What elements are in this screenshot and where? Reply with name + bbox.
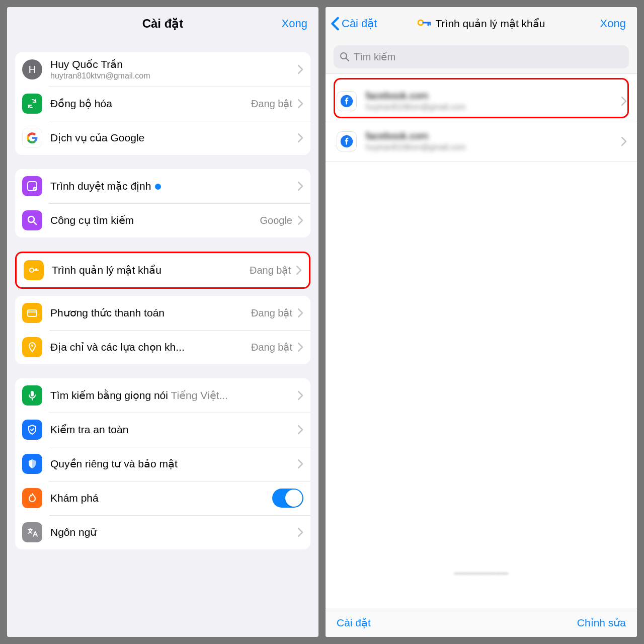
facebook-icon bbox=[337, 131, 357, 151]
search-icon bbox=[340, 52, 350, 62]
payment-row[interactable]: Phương thức thanh toán Đang bật bbox=[15, 296, 310, 330]
back-label: Cài đặt bbox=[342, 17, 377, 30]
password-manager-pane: Cài đặt Trình quản lý mật khẩu Xong Tìm … bbox=[326, 7, 637, 637]
sync-value: Đang bật bbox=[251, 98, 292, 110]
privacy-row[interactable]: Quyền riêng tư và bảo mật bbox=[15, 447, 310, 481]
address-row[interactable]: Địa chỉ và các lựa chọn kh... Đang bật bbox=[15, 330, 310, 364]
chevron-right-icon bbox=[297, 390, 303, 400]
password-manager-label: Trình quản lý mật khẩu bbox=[52, 264, 246, 276]
wallet-icon bbox=[22, 303, 42, 323]
chevron-right-icon bbox=[621, 96, 627, 106]
chevron-right-icon bbox=[297, 133, 303, 143]
safety-check-row[interactable]: Kiểm tra an toàn bbox=[15, 413, 310, 447]
settings-pane: Cài đặt Xong H Huy Quốc Trần huytran810k… bbox=[7, 7, 318, 637]
payment-label: Phương thức thanh toán bbox=[50, 307, 247, 319]
footer-settings-button[interactable]: Cài đặt bbox=[337, 617, 371, 629]
search-engine-value: Google bbox=[260, 215, 293, 226]
chevron-right-icon bbox=[296, 265, 302, 275]
browser-icon bbox=[22, 176, 42, 196]
account-name: Huy Quốc Trần bbox=[50, 58, 292, 70]
password-manager-row[interactable]: Trình quản lý mật khẩu Đang bật bbox=[17, 253, 309, 287]
discover-toggle[interactable] bbox=[272, 489, 303, 508]
pm-header: Cài đặt Trình quản lý mật khẩu Xong bbox=[326, 7, 637, 40]
password-key-icon bbox=[418, 18, 431, 29]
sync-row[interactable]: Đồng bộ hóa Đang bật bbox=[15, 87, 310, 121]
facebook-icon bbox=[337, 91, 357, 111]
default-browser-row[interactable]: Trình duyệt mặc định bbox=[15, 169, 310, 203]
search-engine-label: Công cụ tìm kiếm bbox=[50, 214, 256, 226]
chevron-right-icon bbox=[297, 527, 303, 537]
password-user: huytran810ktvn@gmail.com bbox=[366, 143, 616, 152]
search-engine-icon bbox=[22, 210, 42, 230]
privacy-label: Quyền riêng tư và bảo mật bbox=[50, 458, 292, 470]
footer-edit-button[interactable]: Chỉnh sửa bbox=[577, 617, 626, 629]
discover-label: Khám phá bbox=[50, 492, 268, 504]
done-button[interactable]: Xong bbox=[600, 17, 626, 30]
settings-header: Cài đặt Xong bbox=[7, 7, 318, 40]
pm-footer: Cài đặt Chỉnh sửa bbox=[326, 608, 637, 637]
svg-rect-4 bbox=[28, 310, 37, 316]
chevron-right-icon bbox=[297, 215, 303, 225]
done-button[interactable]: Xong bbox=[282, 17, 307, 30]
search-input[interactable]: Tìm kiếm bbox=[334, 45, 629, 68]
address-label: Địa chỉ và các lựa chọn kh... bbox=[50, 341, 247, 353]
voice-search-label: Tìm kiếm bằng giọng nói bbox=[50, 389, 168, 401]
password-user: huytran810ktvn@gmail.com bbox=[366, 103, 616, 112]
safety-check-label: Kiểm tra an toàn bbox=[50, 424, 292, 436]
mic-icon bbox=[22, 385, 42, 406]
account-row[interactable]: H Huy Quốc Trần huytran810ktvn@gmail.com bbox=[15, 52, 310, 87]
language-label: Ngôn ngữ bbox=[50, 526, 292, 538]
chevron-right-icon bbox=[297, 99, 303, 109]
avatar-icon: H bbox=[22, 59, 42, 79]
voice-search-value: Tiếng Việt... bbox=[171, 389, 228, 401]
voice-search-row[interactable]: Tìm kiếm bằng giọng nói Tiếng Việt... bbox=[15, 378, 310, 413]
google-icon bbox=[22, 128, 42, 148]
settings-title: Cài đặt bbox=[142, 17, 184, 31]
password-site: facebook.com bbox=[366, 90, 616, 102]
svg-point-3 bbox=[30, 268, 34, 272]
notification-dot-icon bbox=[155, 184, 161, 190]
flame-icon bbox=[22, 488, 42, 508]
password-list: facebook.com huytran810ktvn@gmail.com fa… bbox=[326, 74, 637, 608]
chevron-right-icon bbox=[297, 64, 303, 74]
settings-list: H Huy Quốc Trần huytran810ktvn@gmail.com… bbox=[7, 40, 318, 637]
faint-text: •••••••••••••••••••••• bbox=[326, 570, 637, 578]
sync-icon bbox=[22, 94, 42, 114]
chevron-right-icon bbox=[297, 342, 303, 352]
svg-rect-6 bbox=[31, 391, 34, 396]
google-services-row[interactable]: Dịch vụ của Google bbox=[15, 121, 310, 155]
password-item[interactable]: facebook.com huytran810ktvn@gmail.com bbox=[326, 81, 637, 121]
shield-check-icon bbox=[22, 420, 42, 440]
chevron-right-icon bbox=[621, 136, 627, 146]
search-engine-row[interactable]: Công cụ tìm kiếm Google bbox=[15, 203, 310, 237]
chevron-right-icon bbox=[297, 425, 303, 435]
language-row[interactable]: Ngôn ngữ bbox=[15, 515, 310, 549]
chevron-right-icon bbox=[297, 308, 303, 318]
default-browser-label: Trình duyệt mặc định bbox=[50, 180, 292, 192]
back-button[interactable]: Cài đặt bbox=[331, 17, 377, 31]
key-icon bbox=[24, 260, 44, 280]
payment-value: Đang bật bbox=[251, 307, 292, 319]
translate-icon bbox=[22, 522, 42, 542]
pm-title: Trình quản lý mật khẩu bbox=[436, 18, 545, 30]
search-placeholder: Tìm kiếm bbox=[354, 51, 395, 63]
shield-icon bbox=[22, 454, 42, 474]
svg-point-5 bbox=[31, 345, 33, 347]
svg-point-8 bbox=[341, 53, 347, 59]
password-manager-value: Đang bật bbox=[250, 264, 291, 276]
password-site: facebook.com bbox=[366, 130, 616, 142]
chevron-right-icon bbox=[297, 181, 303, 191]
location-icon bbox=[22, 337, 42, 357]
chevron-right-icon bbox=[297, 459, 303, 469]
google-services-label: Dịch vụ của Google bbox=[50, 132, 292, 144]
search-wrap: Tìm kiếm bbox=[326, 40, 637, 74]
account-email: huytran810ktvn@gmail.com bbox=[50, 71, 292, 80]
address-value: Đang bật bbox=[251, 341, 292, 353]
sync-label: Đồng bộ hóa bbox=[50, 98, 247, 110]
password-item[interactable]: facebook.com huytran810ktvn@gmail.com bbox=[326, 121, 637, 162]
discover-row[interactable]: Khám phá bbox=[15, 481, 310, 515]
